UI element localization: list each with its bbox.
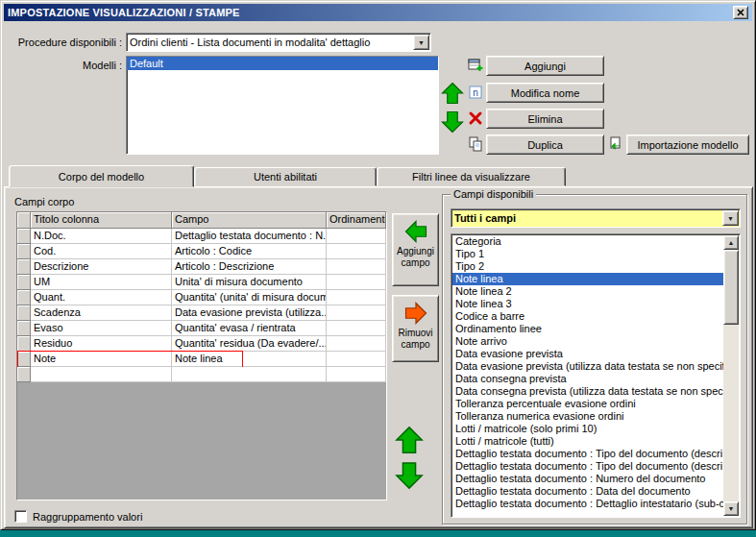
list-item[interactable]: Ordinamento linee bbox=[452, 323, 723, 335]
dropdown-arrow-icon[interactable]: ▼ bbox=[722, 210, 739, 226]
table-row[interactable]: N.Doc. Dettaglio testata documento : N..… bbox=[17, 229, 386, 244]
list-item[interactable]: Tipo 1 bbox=[452, 248, 723, 260]
list-item[interactable]: Note linea 3 bbox=[452, 298, 723, 310]
cell-campo: Data evasione prevista (utilizza... bbox=[172, 305, 327, 321]
rename-model-button[interactable]: Modifica nome bbox=[486, 83, 604, 103]
cell-campo: Quantita' evasa / rientrata bbox=[172, 321, 327, 336]
grouping-checkbox[interactable]: Raggruppamento valori bbox=[14, 510, 142, 523]
move-model-up-button[interactable] bbox=[438, 80, 467, 107]
rename-model-icon: n bbox=[468, 85, 483, 100]
list-item[interactable]: Tolleranza numerica evasione ordini bbox=[452, 410, 723, 423]
models-label: Modelli : bbox=[7, 60, 122, 71]
cell-titolo-colonna: Evaso bbox=[31, 321, 172, 336]
list-item[interactable]: Note arrivo bbox=[452, 335, 723, 348]
up-arrow-icon bbox=[441, 82, 464, 105]
column-header-titolo-colonna[interactable]: Titolo colonna bbox=[31, 212, 172, 229]
cell-titolo-colonna: Quant. bbox=[31, 290, 172, 305]
move-model-down-button[interactable] bbox=[438, 109, 467, 135]
models-listbox: Default bbox=[126, 56, 439, 155]
cell-titolo-colonna: Note bbox=[31, 352, 172, 367]
cell-titolo-colonna: Descrizione bbox=[31, 259, 172, 275]
close-button[interactable] bbox=[733, 6, 748, 19]
column-header-campo[interactable]: Campo bbox=[172, 212, 327, 229]
add-model-icon bbox=[468, 58, 483, 73]
duplicate-model-button[interactable]: Duplica bbox=[486, 134, 604, 155]
checkbox-box[interactable] bbox=[14, 510, 27, 523]
list-item[interactable]: Data evasione prevista (utilizza data te… bbox=[452, 360, 723, 373]
add-model-button[interactable]: Aggiungi bbox=[486, 56, 604, 76]
list-item[interactable]: Note linea bbox=[452, 273, 723, 285]
table-row[interactable]: Note Note linea bbox=[17, 352, 386, 367]
list-item[interactable]: Tipo 2 bbox=[452, 260, 723, 273]
cell-campo: Unita' di misura documento bbox=[172, 275, 327, 290]
cell-campo: Dettaglio testata documento : N... bbox=[172, 229, 327, 244]
dropdown-arrow-icon[interactable]: ▼ bbox=[413, 35, 429, 50]
table-row[interactable] bbox=[17, 367, 386, 382]
scroll-down-icon: ▼ bbox=[728, 505, 735, 512]
remove-field-button[interactable]: Rimuovi campo bbox=[392, 295, 439, 362]
procedures-combobox[interactable]: Ordini clienti - Lista documenti in moda… bbox=[126, 33, 431, 52]
list-item[interactable]: Lotti / matricole (tutti) bbox=[452, 435, 723, 448]
column-header-ordinamento[interactable]: Ordinamento bbox=[327, 212, 386, 229]
cell-titolo-colonna: Scadenza bbox=[31, 305, 172, 321]
table-row[interactable]: Evaso Quantita' evasa / rientrata bbox=[17, 321, 386, 336]
delete-x-icon bbox=[468, 110, 483, 126]
tab-corpo-del-modello[interactable]: Corpo del modello bbox=[9, 165, 194, 187]
scroll-up-icon: ▲ bbox=[728, 239, 735, 246]
row-selector-cell bbox=[17, 290, 31, 305]
import-model-button[interactable]: Importazione modello bbox=[626, 134, 749, 155]
tab-filtri-linee[interactable]: Filtri linee da visualizzare bbox=[377, 167, 566, 186]
table-row[interactable]: UM Unita' di misura documento bbox=[17, 275, 386, 290]
add-field-button[interactable]: Aggiungi campo bbox=[392, 213, 439, 286]
scroll-down-button[interactable]: ▼ bbox=[723, 501, 739, 516]
list-item[interactable]: Data evasione prevista bbox=[452, 348, 723, 360]
field-filter-combobox[interactable]: Tutti i campi ▼ bbox=[451, 208, 741, 228]
close-icon bbox=[737, 9, 744, 16]
table-row[interactable]: Scadenza Data evasione prevista (utilizz… bbox=[17, 305, 386, 321]
list-item[interactable]: Dettaglio testata documento : Numero del… bbox=[452, 473, 723, 485]
cell-ordinamento bbox=[327, 336, 386, 352]
move-field-up-button[interactable] bbox=[389, 424, 429, 456]
scrollbar[interactable]: ▲ ▼ bbox=[723, 235, 739, 516]
list-item[interactable]: Data consegna prevista (utilizza data te… bbox=[452, 385, 723, 398]
cell-campo bbox=[172, 367, 327, 382]
procedures-label: Procedure disponibili : bbox=[7, 37, 122, 48]
cell-titolo-colonna: UM bbox=[31, 275, 172, 290]
campi-disponibili-label: Campi disponibili bbox=[451, 188, 536, 200]
row-selector-cell bbox=[17, 244, 31, 259]
model-list-item[interactable]: Default bbox=[127, 57, 438, 70]
list-item[interactable]: Codice a barre bbox=[452, 310, 723, 323]
list-item[interactable]: Tolleranza percentuale evasione ordini bbox=[452, 398, 723, 410]
row-selector-cell bbox=[17, 275, 31, 290]
grouping-label: Raggruppamento valori bbox=[33, 511, 142, 523]
list-item[interactable]: Note linea 2 bbox=[452, 285, 723, 298]
list-item[interactable]: Dettaglio testata documento : Tipo del d… bbox=[452, 448, 723, 460]
list-item[interactable]: Data consegna prevista bbox=[452, 373, 723, 385]
cell-campo: Note linea bbox=[172, 352, 327, 367]
list-item[interactable]: Dettaglio testata documento : Tipo del d… bbox=[452, 460, 723, 473]
import-icon bbox=[608, 136, 623, 152]
scroll-thumb[interactable] bbox=[723, 250, 739, 325]
table-row[interactable]: Descrizione Articolo : Descrizione bbox=[17, 259, 386, 275]
list-item[interactable]: Categoria bbox=[452, 235, 723, 248]
down-arrow-icon bbox=[441, 110, 464, 134]
table-row[interactable]: Cod. Articolo : Codice bbox=[17, 244, 386, 259]
move-field-down-button[interactable] bbox=[389, 459, 429, 492]
right-arrow-icon bbox=[404, 302, 427, 325]
row-selector-cell bbox=[17, 367, 31, 382]
table-row[interactable]: Residuo Quantita' residua (Da evadere/..… bbox=[17, 336, 386, 352]
cell-campo: Quantita' residua (Da evadere/... bbox=[172, 336, 327, 352]
window-title: IMPOSTAZIONE VISUALIZZAZIONI / STAMPE bbox=[8, 7, 733, 18]
scroll-up-button[interactable]: ▲ bbox=[723, 235, 739, 250]
table-row[interactable]: Quant. Quantita' (unita' di misura docum… bbox=[17, 290, 386, 305]
cell-titolo-colonna: N.Doc. bbox=[31, 229, 172, 244]
campi-corpo-label: Campi corpo bbox=[14, 196, 74, 207]
tab-utenti-abilitati[interactable]: Utenti abilitati bbox=[194, 167, 377, 186]
cell-campo: Articolo : Descrizione bbox=[172, 259, 327, 275]
cell-ordinamento bbox=[327, 305, 386, 321]
titlebar[interactable]: IMPOSTAZIONE VISUALIZZAZIONI / STAMPE bbox=[4, 4, 752, 21]
delete-model-button[interactable]: Elimina bbox=[486, 109, 604, 129]
list-item[interactable]: Dettaglio testata documento : Dettaglio … bbox=[452, 498, 723, 510]
list-item[interactable]: Lotti / matricole (solo primi 10) bbox=[452, 423, 723, 435]
list-item[interactable]: Dettaglio testata documento : Data del d… bbox=[452, 485, 723, 498]
